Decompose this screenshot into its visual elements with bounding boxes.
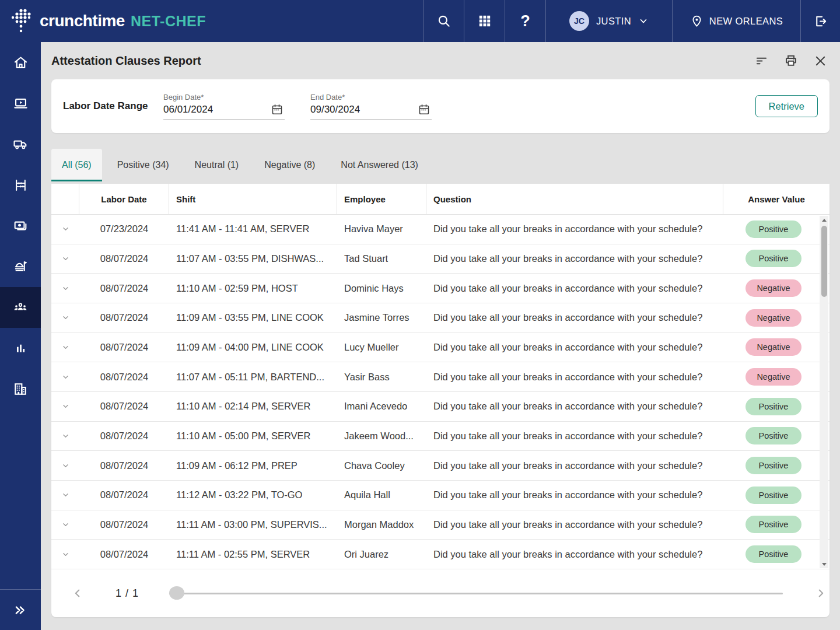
delivery-truck-icon [12,136,29,152]
employee-cell: Ori Juarez [337,540,426,569]
answer-badge: Negative [746,309,802,327]
previous-page-button[interactable] [69,587,86,600]
retrieve-button[interactable]: Retrieve [755,95,818,117]
scrollbar-thumb[interactable] [821,226,827,297]
sidebar-item-inventory[interactable] [0,164,41,205]
column-question: Question [426,184,723,214]
chevron-left-icon [71,587,84,600]
chevron-down-icon [61,520,71,530]
brand-logo[interactable]: crunchtime NET-CHEF [0,0,206,42]
chevron-down-icon [61,401,71,411]
shift-cell: 11:10 AM - 05:00 PM, SERVER [169,422,337,451]
column-labor-date: Labor Date [79,184,169,214]
row-expand-button[interactable] [51,303,79,332]
tab[interactable]: Positive (34) [107,149,180,181]
labor-date-cell: 08/07/2024 [79,303,169,332]
begin-date-input[interactable]: 06/01/2024 [163,102,285,120]
shift-cell: 11:09 AM - 03:55 PM, LINE COOK [169,303,337,332]
location-selector[interactable]: NEW ORLEANS [672,0,800,42]
row-expand-button[interactable] [51,362,79,391]
sidebar-item-reports[interactable] [0,328,41,369]
table-row: 08/07/2024 11:12 AM - 03:22 PM, TO-GO Aq… [51,481,830,510]
labor-date-cell: 08/07/2024 [79,392,169,421]
user-avatar: JC [569,11,589,31]
chevron-down-icon [61,372,71,382]
company-building-icon [12,381,29,397]
answer-cell: Negative [723,333,830,362]
row-expand-button[interactable] [51,215,79,244]
table-row: 08/07/2024 11:11 AM - 03:00 PM, SUPERVIS… [51,510,830,540]
answer-badge: Positive [746,398,802,415]
row-expand-button[interactable] [51,333,79,362]
question-cell: Did you take all your breaks in accordan… [426,303,723,332]
tab[interactable]: Negative (8) [254,149,326,181]
employee-cell: Tad Stuart [337,244,426,274]
page-slider[interactable] [169,586,783,600]
sidebar-item-ordering[interactable] [0,124,41,164]
logout-button[interactable] [800,0,840,42]
row-expand-button[interactable] [51,274,79,303]
column-expand [51,184,79,214]
help-button[interactable]: ? [505,0,545,42]
inventory-abacus-icon [13,177,29,193]
tab[interactable]: Not Answered (13) [330,149,429,181]
labor-date-cell: 08/07/2024 [79,481,169,510]
sidebar-item-labor[interactable] [0,287,41,328]
shift-cell: 11:07 AM - 03:55 PM, DISHWAS... [169,244,337,274]
row-expand-button[interactable] [51,540,79,569]
sidebar-item-food[interactable] [0,246,41,287]
scroll-up-arrow-icon[interactable] [820,216,828,224]
shift-cell: 11:09 AM - 04:00 PM, LINE COOK [169,333,337,362]
answer-badge: Positive [746,250,802,267]
employee-cell: Lucy Mueller [337,333,426,362]
employee-cell: Jakeem Wood... [337,422,426,451]
row-expand-button[interactable] [51,392,79,421]
vertical-scrollbar[interactable] [820,216,828,568]
answer-badge: Positive [746,545,802,563]
search-button[interactable] [423,0,464,42]
sidebar-item-home[interactable] [0,42,41,83]
column-employee: Employee [337,184,426,214]
labor-date-cell: 08/07/2024 [79,362,169,391]
slider-thumb[interactable] [169,586,184,600]
end-date-input[interactable]: 09/30/2024 [310,102,432,120]
sidebar-item-company[interactable] [0,369,41,410]
end-date-label: End Date* [310,93,432,102]
print-icon[interactable] [784,54,798,68]
calendar-icon[interactable] [418,103,430,116]
apps-grid-icon [477,13,492,29]
row-expand-button[interactable] [51,510,79,540]
answer-badge: Negative [746,279,802,297]
begin-date-label: Begin Date* [163,93,285,102]
scroll-down-arrow-icon[interactable] [820,560,828,568]
page-indicator: 1 / 1 [110,587,145,600]
shift-cell: 11:10 AM - 02:14 PM, SERVER [169,392,337,421]
date-range-label: Labor Date Range [63,100,156,112]
user-name: JUSTIN [596,16,631,27]
next-page-button[interactable] [812,587,830,600]
begin-date-value: 06/01/2024 [163,104,213,116]
sidebar-expand-button[interactable] [0,589,41,630]
row-expand-button[interactable] [51,451,79,480]
user-menu[interactable]: JC JUSTIN [545,0,672,42]
table-row: 08/07/2024 11:07 AM - 05:11 PM, BARTEND.… [51,362,830,392]
close-icon[interactable] [814,54,827,68]
row-expand-button[interactable] [51,244,79,274]
labor-date-cell: 07/23/2024 [79,215,169,244]
crunchtime-dots-logo-icon [8,7,34,35]
sidebar-item-training[interactable] [0,83,41,124]
row-expand-button[interactable] [51,422,79,451]
sidebar-item-cash[interactable] [0,205,41,246]
column-shift: Shift [169,184,337,214]
column-answer-value: Answer Value [723,184,830,214]
apps-grid-button[interactable] [464,0,505,42]
page-title: Attestation Clauses Report [51,54,201,68]
row-expand-button[interactable] [51,481,79,510]
calendar-icon[interactable] [271,103,284,116]
table-row: 08/07/2024 11:07 AM - 03:55 PM, DISHWAS.… [51,244,830,274]
filter-icon[interactable] [755,54,768,68]
slider-track[interactable] [169,593,783,594]
tab[interactable]: Neutral (1) [184,149,250,181]
double-chevron-right-icon [13,603,28,618]
tab[interactable]: All (56) [51,149,102,181]
